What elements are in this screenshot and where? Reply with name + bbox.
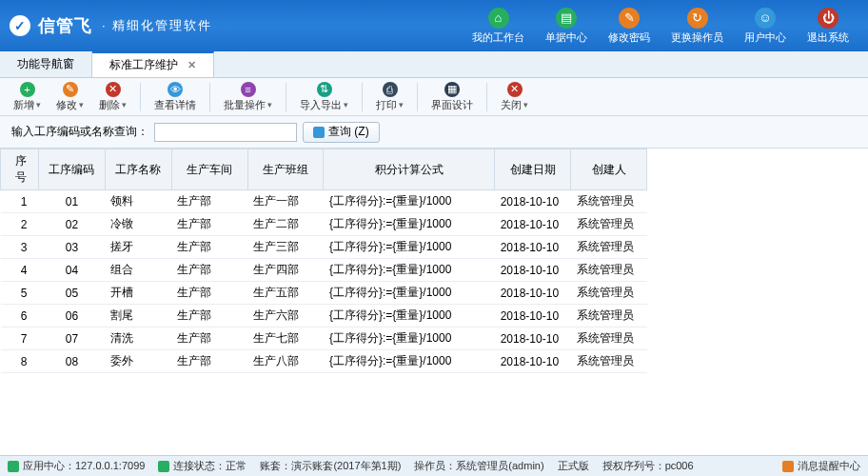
cell-seq: 6 — [1, 305, 39, 327]
print-button[interactable]: ⎙打印▾ — [370, 80, 409, 114]
cell-seq: 1 — [1, 190, 39, 213]
table-row[interactable]: 2 02 冷镦 生产部 生产二部 {工序得分}:={重量}/1000 2018-… — [1, 213, 647, 236]
password-icon: ✎ — [619, 8, 640, 29]
server-icon — [8, 461, 19, 472]
chevron-down-icon: ▾ — [79, 100, 84, 109]
tab-navigation[interactable]: 功能导航窗 — [0, 51, 92, 77]
cell-code: 06 — [38, 305, 105, 327]
status-license: 授权序列号：pc006 — [602, 459, 694, 473]
col-code[interactable]: 工序编码 — [38, 149, 105, 190]
exit-icon: ⏻ — [818, 8, 838, 29]
cell-name: 清洗 — [105, 327, 171, 350]
status-edition: 正式版 — [558, 459, 589, 473]
data-table: 序号 工序编码 工序名称 生产车间 生产班组 积分计算公式 创建日期 创建人 1… — [0, 149, 868, 373]
cell-date: 2018-10-10 — [495, 259, 571, 282]
import-export-button[interactable]: ⇅导入导出▾ — [294, 80, 354, 114]
view-icon: 👁 — [168, 82, 183, 97]
status-bar: 应用中心：127.0.0.1:7099 连接状态：正常 账套：演示账套(2017… — [0, 455, 868, 476]
delete-button[interactable]: ✕删除▾ — [93, 80, 132, 114]
status-operator: 操作员：系统管理员(admin) — [414, 459, 543, 473]
col-seq[interactable]: 序号 — [1, 149, 39, 190]
cell-seq: 2 — [1, 213, 39, 236]
view-details-button[interactable]: 👁查看详情 — [148, 80, 202, 114]
cell-code: 08 — [38, 350, 105, 373]
close-icon[interactable]: ✕ — [187, 59, 196, 71]
chevron-down-icon: ▾ — [267, 100, 272, 109]
change-password-button[interactable]: ✎修改密码 — [599, 4, 660, 49]
col-creator[interactable]: 创建人 — [571, 149, 647, 190]
chevron-down-icon: ▾ — [344, 100, 348, 109]
cell-formula: {工序得分}:={重量}/1000 — [324, 213, 495, 236]
table-row[interactable]: 4 04 组合 生产部 生产四部 {工序得分}:={重量}/1000 2018-… — [1, 259, 647, 282]
chevron-down-icon: ▾ — [122, 100, 127, 109]
cell-team: 生产三部 — [247, 236, 324, 259]
workbench-button[interactable]: ⌂我的工作台 — [463, 4, 534, 49]
col-formula[interactable]: 积分计算公式 — [324, 149, 495, 190]
cell-date: 2018-10-10 — [495, 350, 571, 373]
table-row[interactable]: 5 05 开槽 生产部 生产五部 {工序得分}:={重量}/1000 2018-… — [1, 282, 647, 305]
cell-creator: 系统管理员 — [571, 213, 647, 236]
cell-seq: 3 — [1, 236, 39, 259]
cell-workshop: 生产部 — [171, 350, 247, 373]
col-workshop[interactable]: 生产车间 — [171, 149, 247, 190]
doc-center-icon: ▤ — [556, 8, 577, 29]
cell-workshop: 生产部 — [171, 282, 247, 305]
conn-icon — [158, 461, 169, 472]
table-row[interactable]: 1 01 领料 生产部 生产一部 {工序得分}:={重量}/1000 2018-… — [1, 190, 647, 213]
cell-seq: 8 — [1, 350, 39, 373]
search-button[interactable]: 查询 (Z) — [303, 122, 380, 143]
cell-creator: 系统管理员 — [571, 259, 647, 282]
batch-button[interactable]: ≡批量操作▾ — [218, 80, 278, 114]
col-name[interactable]: 工序名称 — [105, 149, 171, 190]
table-row[interactable]: 7 07 清洗 生产部 生产七部 {工序得分}:={重量}/1000 2018-… — [1, 327, 647, 350]
status-message-center[interactable]: 消息提醒中心 — [782, 459, 860, 473]
exit-button[interactable]: ⏻退出系统 — [798, 4, 858, 49]
cell-formula: {工序得分}:={重量}/1000 — [324, 190, 495, 213]
cell-name: 搓牙 — [105, 236, 171, 259]
chevron-down-icon: ▾ — [36, 100, 41, 109]
cell-code: 05 — [38, 282, 105, 305]
edit-button[interactable]: ✎修改▾ — [50, 80, 89, 114]
cell-name: 割尾 — [105, 305, 171, 327]
cell-team: 生产五部 — [247, 282, 324, 305]
table-row[interactable]: 8 08 委外 生产部 生产八部 {工序得分}:={重量}/1000 2018-… — [1, 350, 647, 373]
cell-code: 01 — [38, 190, 105, 213]
chevron-down-icon: ▾ — [399, 100, 404, 109]
cell-name: 组合 — [105, 259, 171, 282]
col-team[interactable]: 生产班组 — [247, 149, 324, 190]
cell-formula: {工序得分}:={重量}/1000 — [324, 259, 495, 282]
new-button[interactable]: +新增▾ — [8, 80, 47, 114]
edit-icon: ✎ — [63, 82, 78, 97]
cell-seq: 5 — [1, 282, 39, 305]
close-button[interactable]: ✕关闭▾ — [495, 80, 534, 114]
cell-formula: {工序得分}:={重量}/1000 — [324, 327, 495, 350]
doc-center-button[interactable]: ▤单据中心 — [536, 4, 597, 49]
table-row[interactable]: 3 03 搓牙 生产部 生产三部 {工序得分}:={重量}/1000 2018-… — [1, 236, 647, 259]
cell-team: 生产七部 — [247, 327, 324, 350]
search-input[interactable] — [154, 123, 297, 142]
cell-seq: 4 — [1, 259, 39, 282]
cell-workshop: 生产部 — [171, 236, 247, 259]
table-row[interactable]: 6 06 割尾 生产部 生产六部 {工序得分}:={重量}/1000 2018-… — [1, 305, 647, 327]
status-connection: 连接状态：正常 — [158, 459, 247, 473]
switch-icon: ↻ — [687, 8, 708, 29]
toolbar: +新增▾ ✎修改▾ ✕删除▾ 👁查看详情 ≡批量操作▾ ⇅导入导出▾ ⎙打印▾ … — [0, 78, 868, 116]
col-date[interactable]: 创建日期 — [495, 149, 571, 190]
cell-date: 2018-10-10 — [495, 236, 571, 259]
cell-team: 生产二部 — [247, 213, 324, 236]
status-app-center[interactable]: 应用中心：127.0.0.1:7099 — [8, 459, 145, 473]
batch-icon: ≡ — [241, 82, 256, 97]
logo-icon: ✓ — [10, 15, 30, 36]
cell-creator: 系统管理员 — [571, 350, 647, 373]
logo-area: ✓ 信管飞 · 精细化管理软件 — [10, 14, 212, 37]
user-center-button[interactable]: ☺用户中心 — [735, 4, 796, 49]
tab-process-maintain[interactable]: 标准工序维护✕ — [92, 51, 214, 77]
cell-workshop: 生产部 — [171, 305, 247, 327]
tab-bar: 功能导航窗 标准工序维护✕ — [0, 51, 868, 78]
cell-name: 冷镦 — [105, 213, 171, 236]
table-header-row: 序号 工序编码 工序名称 生产车间 生产班组 积分计算公式 创建日期 创建人 — [1, 149, 647, 190]
ui-design-button[interactable]: ▦界面设计 — [425, 80, 479, 114]
user-icon: ☺ — [755, 8, 776, 29]
switch-operator-button[interactable]: ↻更换操作员 — [661, 4, 733, 49]
cell-team: 生产八部 — [247, 350, 324, 373]
